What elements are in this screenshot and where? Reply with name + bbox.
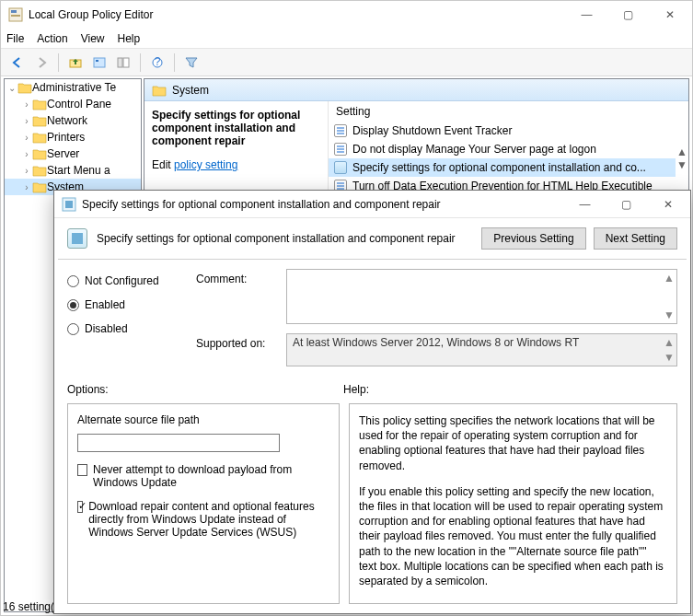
menu-view[interactable]: View [81,32,105,45]
previous-setting-button[interactable]: Previous Setting [481,227,585,250]
checkbox-use-windows-update[interactable]: Download repair content and optional fea… [77,500,329,539]
svg-text:?: ? [155,56,161,68]
svg-rect-5 [96,60,98,62]
policy-icon [334,124,347,137]
dialog-title: Specify settings for optional component … [82,198,564,211]
radio-disabled[interactable]: Disabled [67,322,196,335]
column-header-setting[interactable]: Setting [329,101,688,122]
svg-rect-6 [118,58,122,67]
options-label: Options: [67,383,343,396]
setting-row[interactable]: Do not display Manage Your Server page a… [329,140,676,158]
comment-scroll[interactable]: ▲▼ [664,272,675,321]
help-panel: This policy setting specifies the networ… [349,403,677,604]
setting-row[interactable]: Display Shutdown Event Tracker [329,122,676,140]
radio-not-configured[interactable]: Not Configured [67,274,196,287]
close-button[interactable]: ✕ [649,1,690,29]
main-titlebar: Local Group Policy Editor — ▢ ✕ [1,1,692,29]
menu-action[interactable]: Action [37,32,67,45]
tree-item[interactable]: ›Printers [5,129,141,145]
next-setting-button[interactable]: Next Setting [594,227,677,250]
folder-icon [152,84,167,97]
banner-text: Specify settings for optional component … [97,232,456,245]
alt-path-input[interactable] [77,434,280,452]
tree-root[interactable]: ⌄ Administrative Te [5,79,141,96]
tree-item[interactable]: ›Start Menu a [5,162,141,179]
show-hide-tree-button[interactable] [112,52,134,74]
dialog-banner: Specify settings for optional component … [54,218,690,259]
options-panel: Alternate source file path Never attempt… [67,403,340,604]
help-label: Help: [343,383,369,396]
svg-rect-7 [123,58,129,67]
dialog-maximize-button[interactable]: ▢ [606,191,647,218]
supported-on-box: At least Windows Server 2012, Windows 8 … [286,333,677,366]
gpedit-icon [8,7,23,22]
category-header: System [144,79,688,101]
help-paragraph: If you enable this policy setting and sp… [359,484,667,588]
main-title: Local Group Policy Editor [29,8,566,21]
state-radio-group: Not Configured Enabled Disabled [67,269,196,366]
svg-rect-4 [94,58,105,67]
category-name: System [172,84,209,97]
policy-icon [334,143,347,156]
policy-dialog-icon [62,197,76,212]
comment-label: Comment: [196,269,277,285]
comment-textarea[interactable]: ▲▼ [286,269,677,324]
dialog-minimize-button[interactable]: — [564,191,606,218]
menubar: File Action View Help [1,29,692,49]
setting-title: Specify settings for optional component … [152,109,320,147]
tree-item[interactable]: ›Control Pane [5,96,141,112]
toolbar: ? [1,49,692,76]
supported-label: Supported on: [196,333,277,350]
forward-button[interactable] [30,52,52,74]
edit-policy-link[interactable]: policy setting [174,158,237,171]
banner-icon [67,228,87,249]
list-scroll[interactable]: ▲▼ [676,122,688,195]
minimize-button[interactable]: — [566,1,607,29]
dialog-close-button[interactable]: ✕ [647,191,688,218]
maximize-button[interactable]: ▢ [607,1,649,29]
help-toolbar-button[interactable]: ? [146,52,168,74]
filter-button[interactable] [180,52,202,74]
policy-dialog: Specify settings for optional component … [53,190,691,614]
dialog-titlebar: Specify settings for optional component … [54,191,690,218]
menu-help[interactable]: Help [118,32,141,45]
setting-row-selected[interactable]: Specify settings for optional component … [329,158,676,177]
up-button[interactable] [64,52,87,74]
help-paragraph: This policy setting specifies the networ… [359,413,667,473]
policy-icon [334,161,347,174]
svg-rect-11 [65,201,73,208]
radio-enabled[interactable]: Enabled [67,298,196,311]
menu-file[interactable]: File [6,32,24,45]
properties-button[interactable] [88,52,110,74]
supported-scroll[interactable]: ▲▼ [664,336,675,364]
alt-path-label: Alternate source file path [77,413,329,426]
tree-item[interactable]: ›Network [5,112,141,129]
checkbox-never-download[interactable]: Never attempt to download payload from W… [77,463,329,489]
back-button[interactable] [6,52,29,74]
tree-item[interactable]: ›Server [5,145,141,162]
